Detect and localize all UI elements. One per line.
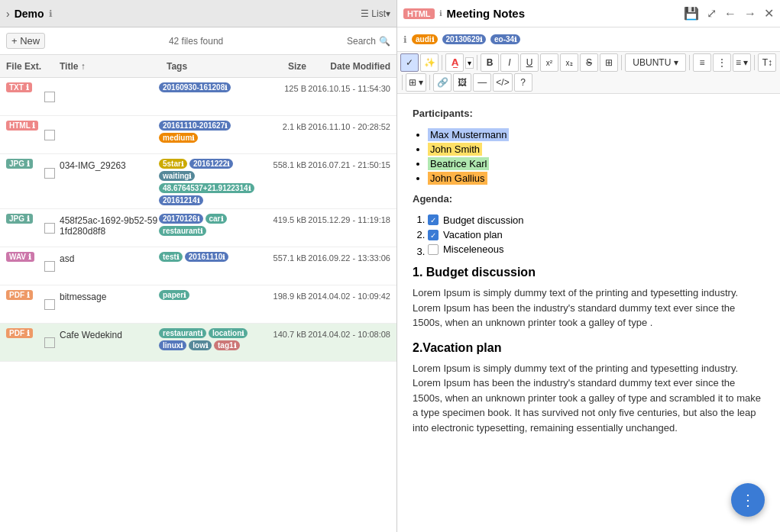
row-checkbox[interactable]	[44, 157, 60, 179]
tag[interactable]: medium ℹ	[159, 133, 198, 143]
tag-info-icon[interactable]: ℹ	[176, 253, 179, 261]
tag-info-icon[interactable]: ℹ	[222, 253, 225, 261]
toolbar-text-size[interactable]: T↕	[758, 53, 776, 72]
checkbox-checked[interactable]: ✓	[428, 230, 439, 240]
new-button[interactable]: + New	[6, 33, 45, 49]
font-color-dropdown[interactable]: ▾	[465, 57, 474, 69]
toolbar-font-family[interactable]: UBUNTU ▾	[625, 53, 686, 72]
tag-info-icon[interactable]: ℹ	[200, 227, 202, 235]
tag-info-icon[interactable]: ℹ	[206, 342, 208, 350]
col-header-size[interactable]: Size	[261, 61, 306, 72]
toolbar-subscript[interactable]: x₂	[560, 53, 578, 72]
toolbar-font-color[interactable]: A̲	[445, 53, 464, 72]
tag-info-icon[interactable]: ℹ	[200, 330, 202, 337]
nav-back-chevron[interactable]: ›	[6, 8, 10, 20]
toolbar-hr[interactable]: —	[473, 73, 491, 92]
toolbar-code[interactable]: </>	[493, 73, 512, 92]
tag[interactable]: waiting ℹ	[159, 171, 195, 181]
tag[interactable]: 20160930-161208 ℹ	[159, 82, 231, 92]
back-icon[interactable]: ←	[724, 7, 736, 21]
tag-info-icon[interactable]: ℹ	[189, 172, 191, 180]
forward-icon[interactable]: →	[744, 7, 756, 21]
close-icon[interactable]: ✕	[764, 6, 774, 21]
table-row[interactable]: JPG ℹ 034-IMG_29263 5star ℹ20161222 ℹwai…	[0, 154, 396, 209]
format-info-icon[interactable]: ℹ	[439, 9, 442, 18]
row-checkbox[interactable]	[44, 81, 60, 102]
tag-info-icon[interactable]: ℹ	[234, 342, 236, 350]
row-checkbox[interactable]	[44, 119, 60, 140]
search-bar[interactable]: Search 🔍	[347, 36, 390, 47]
checkbox-unchecked[interactable]	[428, 244, 439, 255]
tag[interactable]: test ℹ	[159, 252, 183, 262]
table-row[interactable]: TXT ℹ 20160930-161208 ℹ 125 B 2016.10.15…	[0, 78, 396, 116]
toolbar-check[interactable]: ✓	[400, 53, 419, 72]
save-icon[interactable]: 💾	[684, 6, 699, 21]
tag[interactable]: restaurant ℹ	[159, 328, 206, 338]
doc-tag[interactable]: eo-34 ℹ	[490, 34, 520, 44]
tag[interactable]: 20161110 ℹ	[185, 252, 229, 262]
doc-tag-info-icon[interactable]: ℹ	[480, 36, 482, 44]
row-checkbox[interactable]	[44, 327, 60, 348]
doc-tag-info-icon[interactable]: ℹ	[514, 36, 516, 44]
table-row[interactable]: PDF ℹ Cafe Wedekind restaurant ℹlocation…	[0, 324, 396, 362]
format-badge[interactable]: HTML	[403, 8, 435, 19]
toolbar-table[interactable]: ⊞ ▾	[406, 73, 426, 92]
expand-icon[interactable]: ⤢	[707, 6, 717, 21]
checkbox[interactable]	[44, 337, 55, 348]
tag[interactable]: 20170126 ℹ	[159, 214, 203, 224]
toolbar-special[interactable]: ⊞	[600, 53, 618, 72]
toolbar-strikethrough[interactable]: S	[580, 53, 598, 72]
tag-info-icon[interactable]: ℹ	[241, 330, 244, 337]
tag-info-icon[interactable]: ℹ	[248, 185, 251, 192]
checkbox[interactable]	[44, 168, 55, 179]
tag[interactable]: linux ℹ	[159, 340, 186, 350]
checkbox[interactable]	[44, 223, 55, 234]
col-header-title[interactable]: Title ↑	[60, 61, 167, 72]
row-checkbox[interactable]	[44, 289, 60, 310]
tag-info-icon[interactable]: ℹ	[225, 122, 227, 130]
tag-info-icon[interactable]: ℹ	[197, 215, 199, 223]
tag-info-icon[interactable]: ℹ	[225, 84, 227, 92]
row-checkbox[interactable]	[44, 212, 60, 234]
toolbar-image[interactable]: 🖼	[453, 73, 471, 92]
toolbar-superscript[interactable]: x²	[540, 53, 558, 72]
tag[interactable]: 20161110-201627 ℹ	[159, 121, 231, 131]
workspace-info-icon[interactable]: ℹ	[49, 8, 53, 19]
tag[interactable]: car ℹ	[206, 214, 227, 224]
fab-button[interactable]: ⋮	[731, 483, 765, 517]
tag-info-icon[interactable]: ℹ	[180, 342, 183, 350]
search-icon[interactable]: 🔍	[379, 36, 390, 47]
tag-info-icon[interactable]: ℹ	[197, 197, 199, 205]
tag[interactable]: 5star ℹ	[159, 159, 187, 169]
list-view-toggle[interactable]: ☰ List▾	[361, 8, 390, 19]
table-row[interactable]: PDF ℹ bitmessage paper ℹ 198.9 kB 2014.0…	[0, 285, 396, 324]
tag-info-icon[interactable]: ℹ	[183, 292, 186, 299]
toolbar-ordered-list[interactable]: ⋮	[713, 53, 731, 72]
row-checkbox[interactable]	[44, 250, 60, 272]
doc-info-icon[interactable]: ℹ	[403, 34, 407, 45]
toolbar-link[interactable]: 🔗	[433, 73, 451, 92]
col-header-date[interactable]: Date Modified	[306, 61, 390, 72]
tag[interactable]: location ℹ	[209, 328, 248, 338]
checkbox-checked[interactable]: ✓	[428, 214, 439, 225]
toolbar-italic[interactable]: I	[500, 53, 519, 72]
tag-info-icon[interactable]: ℹ	[192, 134, 194, 142]
checkbox[interactable]	[44, 92, 55, 102]
tag[interactable]: restaurant ℹ	[159, 226, 206, 236]
tag[interactable]: 20161214 ℹ	[159, 195, 203, 205]
tag[interactable]: low ℹ	[189, 340, 212, 350]
checkbox[interactable]	[44, 299, 55, 310]
toolbar-bold[interactable]: B	[481, 53, 499, 72]
table-row[interactable]: HTML ℹ 20161110-201627 ℹmedium ℹ 2.1 kB …	[0, 116, 396, 154]
table-row[interactable]: JPG ℹ 458f25ac-1692-9b52-591fd280d8f8 20…	[0, 209, 396, 247]
tag-info-icon[interactable]: ℹ	[221, 215, 223, 223]
checkbox[interactable]	[44, 130, 55, 140]
toolbar-magic[interactable]: ✨	[420, 53, 439, 72]
tag[interactable]: paper ℹ	[159, 290, 189, 300]
doc-tag-info-icon[interactable]: ℹ	[432, 36, 434, 44]
toolbar-underline[interactable]: U	[520, 53, 539, 72]
checkbox[interactable]	[44, 261, 55, 272]
doc-tag[interactable]: 20130629 ℹ	[442, 34, 487, 44]
tag[interactable]: 48.6764537+21.9122314 ℹ	[159, 183, 254, 193]
toolbar-align[interactable]: ≡ ▾	[733, 53, 751, 72]
